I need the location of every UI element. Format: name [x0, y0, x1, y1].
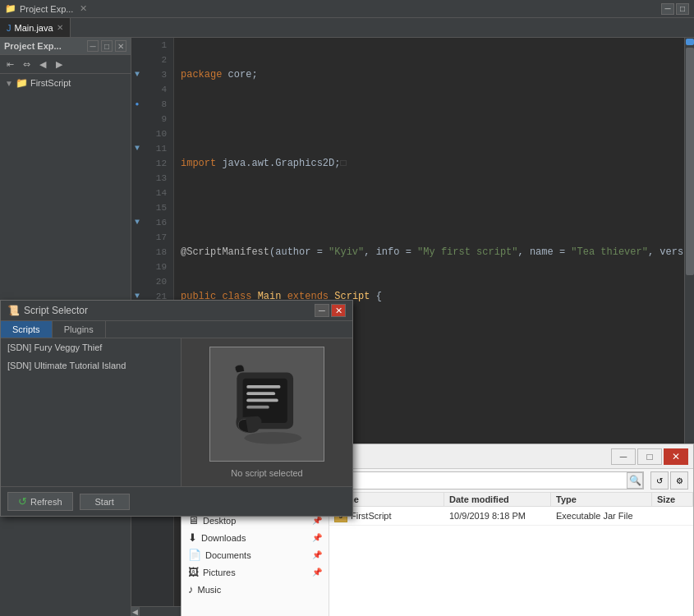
ide-maximize-btn[interactable]: □ [676, 3, 689, 15]
gutter-17 [131, 230, 143, 245]
ide-vscroll-thumb[interactable] [686, 48, 694, 275]
fe-nav-item-pictures[interactable]: 🖼 Pictures 📌 [182, 563, 329, 581]
explorer-toolbar: ⇤ ⇔ ◀ ▶ [0, 55, 131, 74]
code-line-2 [181, 112, 678, 126]
fe-col-date[interactable]: Date modified [444, 493, 551, 506]
gutter-11[interactable]: ▼ [131, 141, 143, 156]
folder-icon: 📁 [16, 77, 28, 89]
tab-label: Main.java [15, 23, 53, 33]
ide-minimize-btn[interactable]: ─ [661, 3, 674, 15]
fe-minimize-btn[interactable]: ─ [611, 448, 636, 465]
gutter-1 [131, 38, 143, 53]
dialog-tab-scripts[interactable]: Scripts [1, 321, 53, 338]
explorer-title: Project Exp... [4, 41, 62, 51]
tab-close-icon[interactable]: ✕ [57, 23, 63, 32]
fe-file-type-0: Executable Jar File [556, 511, 647, 521]
fe-content-header: Name Date modified Type Size [329, 493, 693, 507]
dialog-minimize-btn[interactable]: ─ [315, 304, 329, 317]
fe-maximize-btn[interactable]: □ [637, 448, 662, 465]
refresh-button[interactable]: ↺ Refresh [7, 492, 73, 511]
close-icon[interactable]: ✕ [80, 3, 87, 14]
dialog-tab-bar: Scripts Plugins [1, 321, 352, 338]
script-icon-svg [222, 359, 312, 449]
gutter-bp-8[interactable]: ● [131, 97, 143, 112]
fe-view-options-btn[interactable]: ⚙ [670, 471, 688, 490]
script-list-item-0[interactable]: [SDN] Fury Veggy Thief [1, 338, 181, 356]
start-button[interactable]: Start [80, 494, 130, 510]
fe-file-row-0[interactable]: J FirstScript 10/9/2019 8:18 PM Executab… [329, 507, 693, 526]
fe-nav-item-documents[interactable]: 📄 Documents 📌 [182, 546, 329, 563]
dialog-close-btn[interactable]: ✕ [331, 304, 346, 317]
gutter-19 [131, 260, 143, 274]
fe-nav-item-downloads[interactable]: ⬇ Downloads 📌 [182, 529, 329, 546]
explorer-minimize-btn[interactable]: ─ [87, 40, 99, 52]
script-preview-panel: No script selected [182, 338, 352, 486]
gutter-3[interactable]: ▼ [131, 67, 143, 82]
dialog-tab-plugins[interactable]: Plugins [53, 321, 106, 338]
fe-close-btn[interactable]: ✕ [664, 448, 688, 465]
code-line-1: package core; [181, 67, 678, 82]
dialog-title-controls: ─ ✕ [315, 304, 346, 317]
explorer-title-bar: Project Exp... ─ □ ✕ [0, 38, 131, 55]
collapse-all-btn[interactable]: ⇤ [2, 57, 17, 71]
project-explorer-icon: 📁 [5, 3, 16, 14]
dialog-footer: ↺ Refresh Start [1, 486, 352, 516]
script-list-item-1[interactable]: [SDN] Ultimate Tutorial Island [1, 356, 181, 375]
pin-icon-desktop: 📌 [312, 516, 322, 525]
dialog-title-bar: 📜 Script Selector ─ ✕ [1, 301, 352, 321]
pin-icon-documents: 📌 [312, 550, 322, 559]
expand-arrow-icon: ▼ [5, 79, 13, 88]
code-line-4 [181, 200, 678, 215]
svg-rect-5 [246, 399, 278, 402]
explorer-panel-controls: ─ □ ✕ [87, 40, 126, 52]
tab-main-java[interactable]: J Main.java ✕ [0, 18, 71, 37]
tree-item-firstscript[interactable]: ▼ 📁 FirstScript [0, 76, 131, 90]
documents-icon: 📄 [188, 549, 201, 561]
gutter-18 [131, 245, 143, 260]
script-selector-icon: 📜 [7, 305, 20, 316]
no-script-label: No script selected [231, 468, 302, 478]
fe-content: Name Date modified Type Size J FirstScri… [329, 493, 693, 616]
svg-point-0 [245, 432, 302, 444]
gutter-20 [131, 274, 143, 289]
dialog-body: [SDN] Fury Veggy Thief [SDN] Ultimate Tu… [1, 338, 352, 486]
tree-item-label: FirstScript [30, 78, 71, 88]
ide-top-bar: 📁 Project Exp... ✕ ─ □ [0, 0, 694, 18]
fe-file-date-0: 10/9/2019 8:18 PM [449, 511, 556, 521]
dialog-title: 📜 Script Selector [7, 305, 88, 316]
ide-top-bar-title: Project Exp... [20, 4, 73, 14]
script-list-panel: [SDN] Fury Veggy Thief [SDN] Ultimate Tu… [1, 338, 182, 486]
svg-rect-6 [246, 406, 269, 409]
pin-icon-downloads: 📌 [312, 533, 322, 542]
downloads-icon: ⬇ [188, 531, 197, 544]
gutter-13 [131, 171, 143, 186]
gutter-9 [131, 112, 143, 126]
script-icon-box [209, 347, 324, 462]
svg-rect-4 [246, 392, 275, 395]
link-editor-btn[interactable]: ⇔ [19, 57, 34, 71]
forward-btn[interactable]: ▶ [52, 57, 67, 71]
pictures-icon: 🖼 [188, 566, 199, 578]
music-icon: ♪ [188, 583, 194, 595]
fe-search-btn[interactable]: 🔍 [627, 472, 643, 489]
gutter-2 [131, 53, 143, 67]
gutter-16[interactable]: ▼ [131, 215, 143, 230]
back-btn[interactable]: ◀ [35, 57, 50, 71]
fe-col-type[interactable]: Type [551, 493, 652, 506]
explorer-close-btn[interactable]: ✕ [115, 40, 126, 52]
fe-nav-item-music[interactable]: ♪ Music [182, 581, 329, 598]
code-line-3: import java.awt.Graphics2D;□ [181, 156, 678, 171]
gutter-12 [131, 156, 143, 171]
script-selector-dialog: 📜 Script Selector ─ ✕ Scripts Plugins [S… [0, 300, 353, 517]
gutter-4 [131, 82, 143, 97]
fe-refresh-btn[interactable]: ↺ [650, 471, 669, 490]
pin-icon-pictures: 📌 [312, 568, 322, 577]
svg-rect-3 [246, 385, 280, 388]
fe-col-size[interactable]: Size [652, 493, 693, 506]
fe-window-controls: ─ □ ✕ [611, 448, 688, 465]
gutter-14 [131, 186, 143, 200]
tab-file-icon: J [7, 23, 11, 33]
refresh-icon: ↺ [18, 495, 27, 508]
explorer-maximize-btn[interactable]: □ [101, 40, 113, 52]
code-line-8: @ScriptManifest(author = "Kyiv", info = … [181, 245, 678, 260]
